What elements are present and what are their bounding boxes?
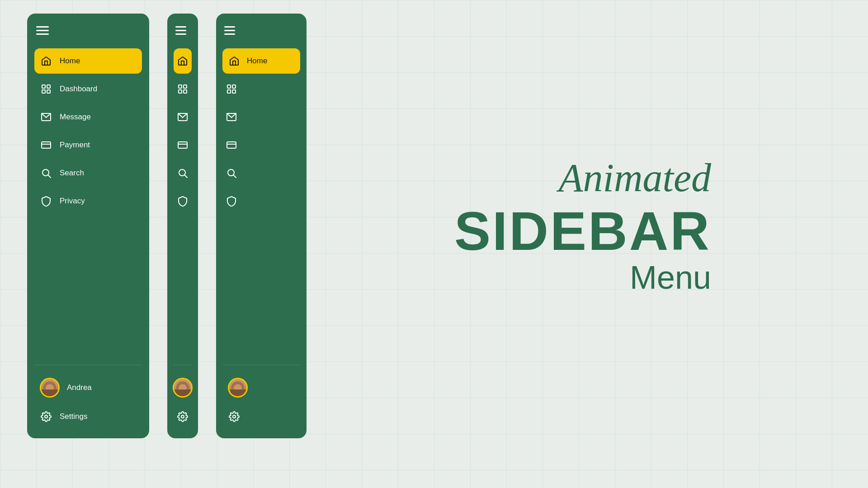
nav-label-payment: Payment <box>60 141 90 150</box>
nav-item-search-2[interactable] <box>174 160 192 186</box>
divider <box>34 365 142 365</box>
privacy-icon-2 <box>176 195 189 207</box>
nav-item-message[interactable]: Message <box>34 104 142 130</box>
svg-rect-10 <box>179 85 182 88</box>
hamburger-button-3[interactable] <box>222 26 300 35</box>
svg-rect-5 <box>42 142 51 148</box>
nav-item-dashboard-3[interactable]: Dashboard <box>222 76 300 102</box>
nav-list-3: Home Dashboard <box>222 48 300 351</box>
search-icon-3 <box>225 167 238 179</box>
hero-text-section: Animated SIDEBAR Menu <box>325 14 841 438</box>
svg-rect-13 <box>184 90 187 93</box>
home-icon <box>40 55 52 67</box>
payment-icon-3 <box>225 139 238 151</box>
divider-3 <box>222 365 300 365</box>
nav-item-search-3[interactable]: Search <box>222 160 300 186</box>
nav-item-message-2[interactable] <box>174 104 192 130</box>
svg-rect-1 <box>47 85 50 88</box>
hamburger-button-2[interactable] <box>174 26 192 35</box>
svg-rect-11 <box>184 85 187 88</box>
avatar-3 <box>228 378 248 398</box>
title-line2: SIDEBAR <box>454 204 711 258</box>
nav-item-message-3[interactable]: Message <box>222 104 300 130</box>
divider-2 <box>174 365 192 365</box>
nav-list-2 <box>174 48 192 351</box>
sidebar-full: Home Dashboard <box>27 14 149 438</box>
user-profile-3[interactable]: Andrea <box>222 373 300 402</box>
sidebar-icon-only <box>167 14 198 438</box>
svg-line-18 <box>185 175 188 178</box>
svg-line-8 <box>48 175 51 178</box>
svg-rect-15 <box>178 142 187 148</box>
svg-point-9 <box>45 415 47 418</box>
nav-item-privacy-2[interactable] <box>174 188 192 214</box>
privacy-icon <box>40 195 52 207</box>
avatar-2 <box>173 378 193 398</box>
payment-icon <box>40 139 52 151</box>
svg-rect-0 <box>42 85 45 88</box>
nav-item-dashboard-2[interactable] <box>174 76 192 102</box>
settings-icon <box>40 410 52 423</box>
nav-label-privacy: Privacy <box>60 197 85 206</box>
svg-rect-23 <box>232 90 236 93</box>
nav-item-privacy-3[interactable]: Privacy <box>222 188 300 214</box>
sidebar-bottom-3: Andrea Settings <box>222 360 300 427</box>
svg-rect-3 <box>47 90 50 93</box>
nav-list: Home Dashboard <box>34 48 142 351</box>
svg-rect-20 <box>227 85 231 88</box>
privacy-icon-3 <box>225 195 238 207</box>
svg-line-28 <box>234 175 236 178</box>
nav-item-dashboard[interactable]: Dashboard <box>34 76 142 102</box>
sidebar-partial: Home Dashboard <box>216 14 307 438</box>
sidebar-bottom-2 <box>174 360 192 427</box>
user-profile[interactable]: Andrea <box>34 373 142 402</box>
dashboard-icon-3 <box>225 83 238 95</box>
settings-icon-3 <box>228 410 241 423</box>
home-icon-3 <box>228 55 241 67</box>
title-line1: Animated <box>454 156 711 200</box>
nav-item-privacy[interactable]: Privacy <box>34 188 142 214</box>
payment-icon-2 <box>176 139 189 151</box>
settings-item[interactable]: Settings <box>34 406 142 427</box>
nav-label-home: Home <box>60 56 80 66</box>
avatar <box>40 378 60 398</box>
dashboard-icon <box>40 83 52 95</box>
user-profile-2[interactable] <box>174 373 192 402</box>
hamburger-button[interactable] <box>34 26 142 35</box>
search-icon-2 <box>176 167 189 179</box>
nav-label-dashboard: Dashboard <box>60 84 97 94</box>
nav-label-message: Message <box>60 113 91 122</box>
settings-item-2[interactable] <box>174 406 192 427</box>
nav-label-home-3: Home <box>247 56 267 66</box>
home-icon-2 <box>176 55 189 67</box>
svg-rect-12 <box>179 90 182 93</box>
settings-item-3[interactable]: Settings <box>222 406 300 427</box>
svg-rect-22 <box>227 90 231 93</box>
message-icon-3 <box>225 111 238 123</box>
settings-icon-2 <box>176 410 189 423</box>
svg-point-29 <box>233 415 236 418</box>
nav-item-payment-2[interactable] <box>174 132 192 158</box>
user-name: Andrea <box>67 383 92 392</box>
svg-point-19 <box>181 415 184 418</box>
nav-item-home[interactable]: Home <box>34 48 142 74</box>
hero-title: Animated SIDEBAR Menu <box>454 156 711 296</box>
search-icon <box>40 167 52 179</box>
svg-rect-21 <box>232 85 236 88</box>
nav-label-search: Search <box>60 169 84 178</box>
message-icon-2 <box>176 111 189 123</box>
nav-item-home-2[interactable] <box>174 48 192 74</box>
title-line3: Menu <box>454 260 711 296</box>
nav-item-payment[interactable]: Payment <box>34 132 142 158</box>
dashboard-icon-2 <box>176 83 189 95</box>
sidebar-bottom: Andrea Settings <box>34 360 142 427</box>
settings-label: Settings <box>60 412 87 421</box>
nav-item-payment-3[interactable]: Payment <box>222 132 300 158</box>
message-icon <box>40 111 52 123</box>
nav-item-search[interactable]: Search <box>34 160 142 186</box>
svg-rect-25 <box>227 142 236 148</box>
nav-item-home-3[interactable]: Home <box>222 48 300 74</box>
svg-rect-2 <box>42 90 45 93</box>
main-content: Home Dashboard <box>0 0 868 488</box>
